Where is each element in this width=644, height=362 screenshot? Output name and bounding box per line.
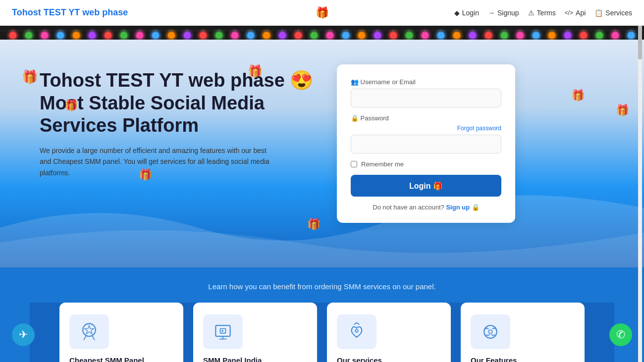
nav-terms[interactable]: ⚠ Terms — [528, 9, 556, 17]
card-icon-services — [337, 314, 376, 349]
svg-point-9 — [355, 329, 358, 332]
hero-subtitle: We provide a large number of efficient a… — [40, 145, 277, 178]
deco-6: 🎁 — [616, 104, 629, 117]
light-bulb-4 — [73, 32, 80, 39]
hero-waves — [0, 168, 644, 267]
gift-icon: 🎁 — [316, 6, 329, 19]
card-india-title: SMM Panel India — [203, 356, 307, 362]
hero-left: Tohost TEST YT web phase 😍 Most Stable S… — [40, 59, 317, 178]
remember-checkbox[interactable] — [351, 161, 357, 167]
nav-services-label: Services — [605, 9, 632, 17]
svg-line-2 — [84, 335, 87, 340]
light-bulb-8 — [136, 32, 143, 39]
card-cheapest: Cheapest SMM Panel Trust Panel is the ch… — [59, 303, 183, 362]
api-icon: </> — [565, 9, 573, 16]
light-bulb-25 — [406, 32, 413, 39]
light-bulb-10 — [168, 32, 175, 39]
scrollbar[interactable] — [638, 0, 642, 362]
card-features: Our Features Our awesome features will h… — [461, 303, 585, 362]
light-bulb-11 — [184, 32, 191, 39]
medal-icon — [78, 321, 100, 343]
card-icon-cheapest — [69, 314, 109, 349]
card-cheapest-title: Cheapest SMM Panel — [69, 356, 173, 362]
light-bulb-32 — [517, 32, 524, 39]
light-bulb-18 — [295, 32, 302, 39]
nav-signup-label: Signup — [497, 9, 519, 17]
card-india: SMM Panel India Trust Panel is the Best … — [193, 303, 317, 362]
navbar-center-icon: 🎁 — [316, 6, 329, 19]
light-bulb-38 — [612, 32, 619, 39]
no-account-text: Do not have an account? — [373, 204, 444, 211]
light-bulb-21 — [342, 32, 349, 39]
card-icon-features — [471, 314, 510, 349]
login-button[interactable]: Login 🎁 — [351, 175, 501, 197]
deco-1: 🎁 — [22, 69, 38, 85]
telegram-fab[interactable]: ✈ — [12, 323, 35, 346]
light-bulb-3 — [57, 32, 64, 39]
nav-services[interactable]: 📋 Services — [594, 9, 632, 17]
lights-wire — [0, 30, 644, 31]
benefit-section: Learn how you can benefit from ordering … — [0, 267, 644, 362]
svg-point-11 — [488, 330, 492, 333]
hero-section: 🎁 🎁 🎁 🎁 🎁 🎁 🎁 Tohost TEST YT web phase 😍… — [0, 40, 644, 267]
light-bulb-9 — [152, 32, 159, 39]
password-input[interactable] — [351, 135, 501, 154]
light-bulb-0 — [9, 32, 16, 39]
christmas-lights — [0, 26, 644, 40]
benefit-title: Learn how you can benefit from ordering … — [30, 282, 614, 291]
nav-signup[interactable]: → Signup — [488, 9, 519, 17]
card-services: Our services We are a Best SMM Panel for… — [327, 303, 451, 362]
login-icon: ◆ — [454, 9, 460, 17]
svg-point-10 — [484, 325, 497, 338]
light-bulb-37 — [596, 32, 603, 39]
light-bulb-5 — [89, 32, 96, 39]
light-bulb-19 — [311, 32, 318, 39]
light-bulb-1 — [25, 32, 32, 39]
lights-container — [5, 32, 639, 40]
light-bulb-7 — [120, 32, 127, 39]
features-icon — [480, 321, 501, 343]
light-bulb-39 — [628, 32, 635, 39]
username-group: 👥 Username or Email — [351, 78, 501, 107]
forgot-password-link[interactable]: Forgot password — [457, 125, 501, 132]
light-bulb-36 — [580, 32, 587, 39]
light-bulb-28 — [453, 32, 460, 39]
light-bulb-35 — [564, 32, 571, 39]
light-bulb-26 — [422, 32, 429, 39]
deco-4: 🎁 — [139, 168, 152, 181]
remember-label[interactable]: Remember me — [361, 160, 404, 168]
telegram-icon: ✈ — [19, 328, 28, 341]
password-label: 🔒 Password — [351, 114, 501, 122]
panel-icon — [212, 321, 234, 343]
deco-5: 🎁 — [571, 89, 585, 102]
services-icon: 📋 — [594, 9, 603, 17]
nav-api[interactable]: </> Api — [565, 9, 586, 17]
nav-login[interactable]: ◆ Login — [454, 9, 479, 17]
light-bulb-14 — [231, 32, 238, 39]
nav-terms-label: Terms — [537, 9, 556, 17]
cards-section: Cheapest SMM Panel Trust Panel is the ch… — [30, 303, 614, 362]
deco-2: 🎁 — [248, 64, 263, 78]
nav-api-label: Api — [576, 9, 586, 17]
card-features-title: Our Features — [471, 356, 575, 362]
light-bulb-24 — [390, 32, 397, 39]
whatsapp-icon: ✆ — [616, 328, 625, 341]
remember-row: Remember me — [351, 160, 501, 168]
hero-title: Tohost TEST YT web phase 😍 Most Stable S… — [40, 69, 317, 137]
light-bulb-2 — [41, 32, 48, 39]
light-bulb-23 — [374, 32, 381, 39]
deco-7: 🎁 — [307, 218, 321, 231]
light-bulb-12 — [200, 32, 207, 39]
light-bulb-17 — [279, 32, 286, 39]
light-bulb-6 — [105, 32, 111, 39]
password-group: 🔒 Password Forgot password — [351, 114, 501, 154]
terms-icon: ⚠ — [528, 9, 535, 17]
forgot-row: Forgot password — [351, 125, 501, 132]
whatsapp-fab[interactable]: ✆ — [609, 323, 632, 346]
username-label: 👥 Username or Email — [351, 78, 501, 86]
login-card: 👥 Username or Email 🔒 Password Forgot pa… — [337, 64, 515, 223]
hands-icon — [346, 321, 368, 343]
signup-link[interactable]: Sign up 🔒 — [446, 204, 479, 211]
brand-logo[interactable]: Tohost TEST YT web phase — [12, 7, 128, 18]
username-input[interactable] — [351, 89, 501, 107]
